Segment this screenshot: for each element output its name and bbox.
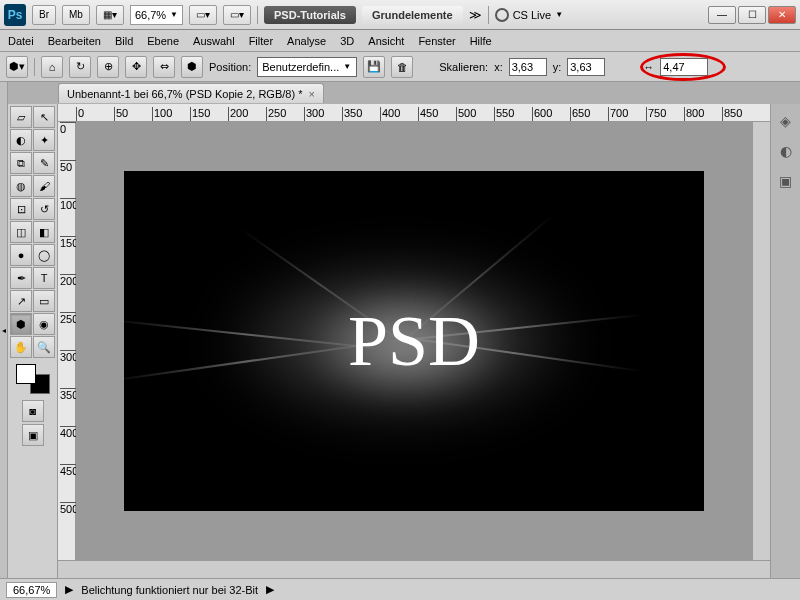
crop-tool[interactable]: ⧉ — [10, 152, 32, 174]
status-bar: 66,67% ▶ Belichtung funktioniert nur bei… — [0, 578, 800, 600]
status-message: Belichtung funktioniert nur bei 32-Bit — [81, 584, 258, 596]
document-tab[interactable]: Unbenannt-1 bei 66,7% (PSD Kopie 2, RGB/… — [58, 83, 324, 103]
menu-auswahl[interactable]: Auswahl — [193, 35, 235, 47]
menu-hilfe[interactable]: Hilfe — [470, 35, 492, 47]
pan-3d-icon[interactable]: ✥ — [125, 56, 147, 78]
tool-preset-icon[interactable]: ⬢▾ — [6, 56, 28, 78]
document-title: Unbenannt-1 bei 66,7% (PSD Kopie 2, RGB/… — [67, 88, 302, 100]
menu-3d[interactable]: 3D — [340, 35, 354, 47]
blur-tool[interactable]: ● — [10, 244, 32, 266]
wand-tool[interactable]: ✦ — [33, 129, 55, 151]
screen-button[interactable]: ▭▾ — [223, 5, 251, 25]
canvas-text: PSD — [348, 300, 480, 383]
save-preset-icon[interactable]: 💾 — [363, 56, 385, 78]
pen-tool[interactable]: ✒ — [10, 267, 32, 289]
mb-button[interactable]: Mb — [62, 5, 90, 25]
lasso-tool[interactable]: ◐ — [10, 129, 32, 151]
color-swatches[interactable] — [16, 364, 50, 394]
tool-panel: ▱↖ ◐✦ ⧉✎ ◍🖌 ⊡↺ ◫◧ ●◯ ✒T ↗▭ ⬢◉ ✋🔍 ◙ ▣ — [8, 104, 58, 578]
workspace-tab-grundelemente[interactable]: Grundelemente — [362, 6, 463, 24]
main-area: ▱↖ ◐✦ ⧉✎ ◍🖌 ⊡↺ ◫◧ ●◯ ✒T ↗▭ ⬢◉ ✋🔍 ◙ ▣ 050… — [0, 104, 800, 578]
slide-3d-icon[interactable]: ⇔ — [153, 56, 175, 78]
position-label: Position: — [209, 61, 251, 73]
cs-live[interactable]: CS Live▼ — [495, 8, 563, 22]
ruler-horizontal: 0501001502002503003504004505005506006507… — [58, 104, 770, 122]
workspace-tab-tutorials[interactable]: PSD-Tutorials — [264, 6, 356, 24]
position-dropdown[interactable]: Benutzerdefin...▼ — [257, 57, 357, 77]
layers-icon[interactable]: ◈ — [775, 110, 797, 132]
eraser-tool[interactable]: ◫ — [10, 221, 32, 243]
fg-color[interactable] — [16, 364, 36, 384]
title-bar: Ps Br Mb ▦▾ 66,7%▼ ▭▾ ▭▾ PSD-Tutorials G… — [0, 0, 800, 30]
scale-label: Skalieren: — [439, 61, 488, 73]
delete-preset-icon[interactable]: 🗑 — [391, 56, 413, 78]
dodge-tool[interactable]: ◯ — [33, 244, 55, 266]
history-brush-tool[interactable]: ↺ — [33, 198, 55, 220]
3d-orbit-tool[interactable]: ◉ — [33, 313, 55, 335]
shape-tool[interactable]: ▭ — [33, 290, 55, 312]
status-play-icon[interactable]: ▶ — [65, 583, 73, 596]
canvas[interactable]: PSD — [124, 171, 704, 511]
ps-logo: Ps — [4, 4, 26, 26]
canvas-area[interactable]: PSD — [76, 122, 752, 560]
home-3d-icon[interactable]: ⌂ — [41, 56, 63, 78]
workspace-more[interactable]: ≫ — [469, 8, 482, 22]
scale-y-input[interactable]: 3,63 — [567, 58, 605, 76]
masks-icon[interactable]: ▣ — [775, 170, 797, 192]
scrollbar-horizontal[interactable] — [58, 560, 770, 578]
x-label: x: — [494, 61, 503, 73]
maximize-button[interactable]: ☐ — [738, 6, 766, 24]
arrange-button[interactable]: ▦▾ — [96, 5, 124, 25]
y-label: y: — [553, 61, 562, 73]
menu-ebene[interactable]: Ebene — [147, 35, 179, 47]
extra-input[interactable]: 4,47 — [660, 58, 708, 76]
menu-bearbeiten[interactable]: Bearbeiten — [48, 35, 101, 47]
menu-datei[interactable]: Datei — [8, 35, 34, 47]
hand-tool[interactable]: ✋ — [10, 336, 32, 358]
menu-analyse[interactable]: Analyse — [287, 35, 326, 47]
scrollbar-vertical[interactable] — [752, 122, 770, 560]
select-tool[interactable]: ↖ — [33, 106, 55, 128]
menu-bar: DateiBearbeitenBildEbeneAuswahlFilterAna… — [0, 30, 800, 52]
cursor-icon: ↔ — [643, 61, 654, 73]
zoom-tool[interactable]: 🔍 — [33, 336, 55, 358]
view-button[interactable]: ▭▾ — [189, 5, 217, 25]
document-tab-row: ◂ Unbenannt-1 bei 66,7% (PSD Kopie 2, RG… — [0, 82, 800, 104]
quickmask-tool[interactable]: ◙ — [22, 400, 44, 422]
menu-filter[interactable]: Filter — [249, 35, 273, 47]
status-zoom[interactable]: 66,67% — [6, 582, 57, 598]
stamp-tool[interactable]: ⊡ — [10, 198, 32, 220]
brush-tool[interactable]: 🖌 — [33, 175, 55, 197]
eyedropper-tool[interactable]: ✎ — [33, 152, 55, 174]
status-play2-icon[interactable]: ▶ — [266, 583, 274, 596]
close-button[interactable]: ✕ — [768, 6, 796, 24]
rotate-3d-icon[interactable]: ↻ — [69, 56, 91, 78]
screenmode-tool[interactable]: ▣ — [22, 424, 44, 446]
menu-ansicht[interactable]: Ansicht — [368, 35, 404, 47]
heal-tool[interactable]: ◍ — [10, 175, 32, 197]
minimize-button[interactable]: — — [708, 6, 736, 24]
roll-3d-icon[interactable]: ⊕ — [97, 56, 119, 78]
panel-collapse-left[interactable]: ◂ — [0, 82, 8, 578]
workspace: 0501001502002503003504004505005506006507… — [58, 104, 770, 578]
path-tool[interactable]: ↗ — [10, 290, 32, 312]
scale-x-input[interactable]: 3,63 — [509, 58, 547, 76]
right-panel: ◈ ◐ ▣ — [770, 104, 800, 578]
menu-fenster[interactable]: Fenster — [418, 35, 455, 47]
scale-3d-icon[interactable]: ⬢ — [181, 56, 203, 78]
type-tool[interactable]: T — [33, 267, 55, 289]
br-button[interactable]: Br — [32, 5, 56, 25]
options-bar: ⬢▾ ⌂ ↻ ⊕ ✥ ⇔ ⬢ Position: Benutzerdefin..… — [0, 52, 800, 82]
move-tool[interactable]: ▱ — [10, 106, 32, 128]
gradient-tool[interactable]: ◧ — [33, 221, 55, 243]
adjustments-icon[interactable]: ◐ — [775, 140, 797, 162]
menu-bild[interactable]: Bild — [115, 35, 133, 47]
zoom-dropdown[interactable]: 66,7%▼ — [130, 5, 183, 25]
close-tab-icon[interactable]: × — [308, 88, 314, 100]
ruler-vertical: 050100150200250300350400450500 — [58, 122, 76, 560]
3d-rotate-tool[interactable]: ⬢ — [10, 313, 32, 335]
